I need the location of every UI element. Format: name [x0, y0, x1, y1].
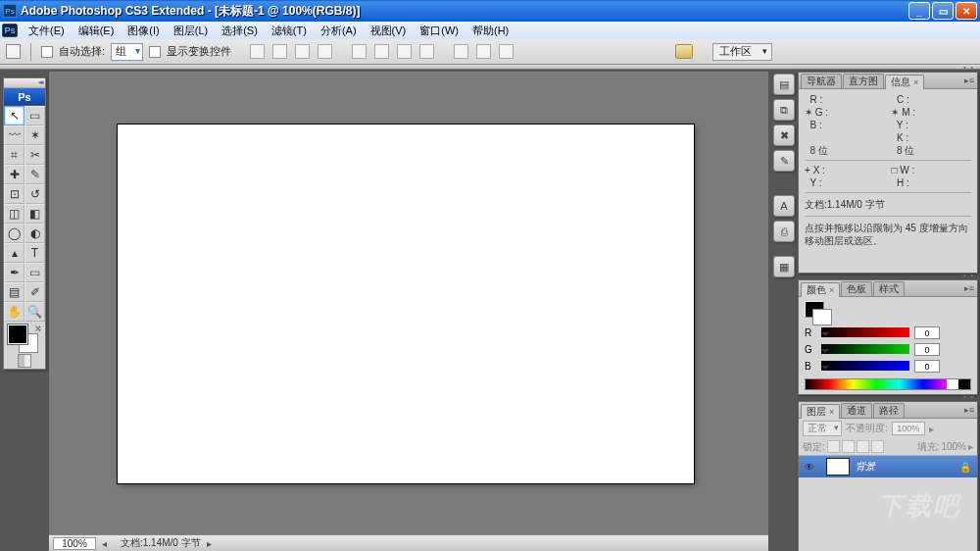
- blue-value[interactable]: 0: [914, 360, 940, 373]
- opacity-input[interactable]: 100%: [892, 422, 925, 435]
- notes-tool[interactable]: ▤: [4, 282, 24, 302]
- auto-select-dropdown[interactable]: 组: [111, 43, 143, 61]
- tab-info[interactable]: 信息×: [885, 75, 924, 89]
- layer-name[interactable]: 背景: [856, 460, 959, 474]
- slice-tool[interactable]: ✂: [24, 145, 45, 165]
- eyedropper-tool[interactable]: ✐: [24, 282, 45, 302]
- workspace-dropdown[interactable]: 工作区: [712, 43, 772, 61]
- dodge-tool[interactable]: ◐: [24, 224, 45, 243]
- fill-input[interactable]: 100%: [941, 441, 966, 452]
- visibility-icon[interactable]: 👁: [799, 462, 820, 473]
- menu-select[interactable]: 选择(S): [215, 24, 265, 38]
- green-slider[interactable]: [821, 344, 909, 354]
- menu-file[interactable]: 文件(E): [22, 24, 72, 38]
- color-ramp[interactable]: [805, 378, 971, 390]
- blend-mode-dropdown[interactable]: 正常: [803, 421, 842, 436]
- current-tool-icon[interactable]: [6, 44, 21, 59]
- status-menu[interactable]: ▸: [207, 538, 212, 549]
- align-icon[interactable]: [250, 44, 265, 59]
- bridge-icon[interactable]: [675, 44, 693, 59]
- dock-para-icon[interactable]: A: [773, 195, 795, 217]
- distribute-icon[interactable]: [454, 44, 468, 59]
- stamp-tool[interactable]: ⊡: [4, 184, 24, 204]
- tab-paths[interactable]: 路径: [873, 403, 905, 418]
- close-button[interactable]: ✕: [956, 2, 977, 20]
- marquee-tool[interactable]: ▭: [24, 106, 45, 125]
- eraser-tool[interactable]: ◫: [4, 204, 24, 224]
- distribute-icon[interactable]: [419, 44, 434, 59]
- align-icon[interactable]: [318, 44, 332, 59]
- menu-edit[interactable]: 编辑(E): [72, 24, 122, 38]
- menu-analysis[interactable]: 分析(A): [314, 24, 364, 38]
- heal-tool[interactable]: ✚: [4, 165, 24, 184]
- red-value[interactable]: 0: [914, 326, 940, 339]
- pen-tool[interactable]: ✒: [4, 263, 24, 282]
- distribute-icon[interactable]: [476, 44, 491, 59]
- tab-color[interactable]: 颜色×: [801, 282, 840, 297]
- blue-slider[interactable]: [821, 361, 909, 371]
- dock-swatch-icon[interactable]: ▦: [773, 256, 795, 277]
- tab-navigator[interactable]: 导航器: [801, 74, 842, 88]
- dock-brush-icon[interactable]: ⎙: [773, 221, 795, 242]
- layer-thumbnail[interactable]: [826, 458, 850, 476]
- minimize-button[interactable]: _: [908, 2, 930, 20]
- dock-actions-icon[interactable]: ✖: [773, 125, 795, 146]
- dock-char-icon[interactable]: ✎: [773, 150, 795, 172]
- dock-nav-icon[interactable]: ▤: [773, 74, 795, 95]
- tab-histogram[interactable]: 直方图: [843, 74, 884, 88]
- swap-colors-icon[interactable]: ⤭: [34, 324, 42, 333]
- panel-menu-icon[interactable]: ▸≡: [964, 405, 974, 415]
- maximize-button[interactable]: ▭: [932, 2, 954, 20]
- move-tool[interactable]: ↖: [4, 106, 24, 125]
- menu-window[interactable]: 窗口(W): [413, 24, 466, 38]
- auto-select-checkbox[interactable]: [41, 46, 53, 58]
- lock-position-icon[interactable]: [857, 440, 869, 453]
- brush-tool[interactable]: ✎: [24, 165, 45, 184]
- history-brush-tool[interactable]: ↺: [24, 184, 45, 204]
- hand-tool[interactable]: ✋: [4, 302, 24, 322]
- menu-layer[interactable]: 图层(L): [167, 24, 215, 38]
- distribute-icon[interactable]: [499, 44, 514, 59]
- tab-layers[interactable]: 图层×: [801, 404, 840, 419]
- red-slider[interactable]: [821, 327, 909, 337]
- tab-channels[interactable]: 通道: [841, 403, 872, 418]
- fg-color-swatch[interactable]: [8, 325, 27, 344]
- align-icon[interactable]: [295, 44, 310, 59]
- toolbox-collapse[interactable]: [4, 78, 45, 88]
- panel-menu-icon[interactable]: ▸≡: [964, 75, 974, 85]
- lock-all-icon[interactable]: [871, 440, 884, 453]
- menu-view[interactable]: 视图(V): [364, 24, 414, 38]
- dock-hist-icon[interactable]: ⧉: [773, 99, 795, 121]
- menu-image[interactable]: 图像(I): [121, 24, 166, 38]
- menubar: Ps 文件(E) 编辑(E) 图像(I) 图层(L) 选择(S) 滤镜(T) 分…: [0, 22, 980, 39]
- menu-help[interactable]: 帮助(H): [466, 24, 515, 38]
- align-icon[interactable]: [272, 44, 287, 59]
- distribute-icon[interactable]: [397, 44, 412, 59]
- type-tool[interactable]: T: [24, 243, 45, 263]
- distribute-icon[interactable]: [374, 44, 389, 59]
- lock-transparent-icon[interactable]: [827, 440, 840, 453]
- tab-swatches[interactable]: 色板: [841, 281, 872, 296]
- lock-pixels-icon[interactable]: [842, 440, 855, 453]
- color-swatch[interactable]: ⤭: [4, 322, 45, 353]
- lasso-tool[interactable]: 〰: [4, 125, 24, 145]
- shape-tool[interactable]: ▭: [24, 263, 45, 282]
- zoom-input[interactable]: 100%: [53, 537, 96, 550]
- layer-row[interactable]: 👁 背景 🔒: [799, 456, 977, 477]
- quickmask-toggle[interactable]: [18, 354, 31, 368]
- menu-filter[interactable]: 滤镜(T): [265, 24, 314, 38]
- wand-tool[interactable]: ✶: [24, 125, 45, 145]
- show-transform-checkbox[interactable]: [149, 46, 161, 58]
- color-swatch-mini[interactable]: [805, 301, 832, 326]
- blur-tool[interactable]: ◯: [4, 224, 24, 243]
- tab-styles[interactable]: 样式: [873, 281, 905, 296]
- crop-tool[interactable]: ⌗: [4, 145, 24, 165]
- panel-menu-icon[interactable]: ▸≡: [964, 283, 974, 293]
- distribute-icon[interactable]: [352, 44, 367, 59]
- status-prev[interactable]: ◂: [102, 538, 107, 549]
- gradient-tool[interactable]: ◧: [24, 204, 45, 224]
- canvas[interactable]: [118, 125, 694, 483]
- path-select-tool[interactable]: ▴: [4, 243, 24, 263]
- green-value[interactable]: 0: [914, 343, 940, 356]
- zoom-tool[interactable]: 🔍: [24, 302, 45, 322]
